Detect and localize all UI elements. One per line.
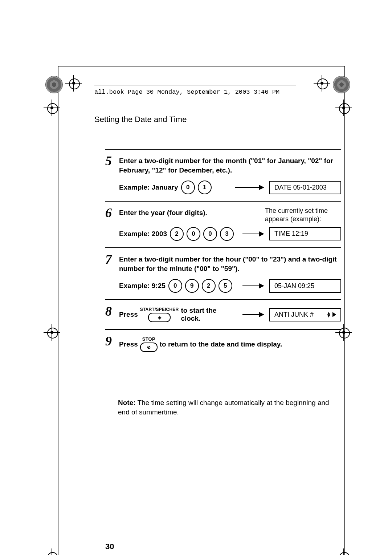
lcd-display: 05-JAN 09:25 — [269, 279, 341, 293]
step-number: 7 — [105, 252, 112, 267]
step-6: 6 Enter the year (four digits). The curr… — [105, 202, 341, 248]
side-note-line: The currently set time — [265, 207, 328, 214]
step-5: 5 Enter a two-digit number for the month… — [105, 150, 341, 202]
press-label: Press — [119, 340, 138, 348]
press-disc-icon — [46, 76, 62, 93]
keypad-key: 5 — [219, 279, 232, 293]
side-note: The currently set time appears (example)… — [265, 207, 328, 223]
step-9: 9 Press STOP ⊘ to return to the date and… — [105, 330, 341, 358]
manual-page: all.book Page 30 Monday, September 1, 20… — [0, 0, 392, 555]
press-label: Press — [119, 311, 138, 319]
keypad-key: 0 — [187, 227, 200, 241]
crop-header-text: all.book Page 30 Monday, September 1, 20… — [94, 89, 279, 96]
triangle-right-icon — [332, 312, 336, 317]
step-8: 8 Press START/SPEICHER ◈ to start the cl… — [105, 300, 341, 330]
registration-mark-icon — [338, 102, 350, 114]
keypad-key: 9 — [185, 279, 199, 293]
arrow-right-icon — [235, 185, 264, 190]
press-suffix: to return to the date and time display. — [160, 340, 282, 348]
registration-mark-icon — [46, 326, 58, 339]
keypad-key: 0 — [181, 181, 195, 194]
keypad-key: 2 — [202, 279, 216, 293]
button-caption: START/SPEICHER — [140, 307, 179, 312]
step-instruction: Enter the year (four digits). — [119, 208, 228, 218]
arrow-right-icon — [242, 312, 264, 317]
registration-mark-icon — [338, 551, 350, 555]
header-rule — [94, 85, 296, 85]
lcd-display: TIME 12:19 — [269, 227, 341, 240]
lcd-text: ANTI JUNK # — [274, 311, 314, 319]
registration-mark-icon — [46, 551, 58, 555]
crop-line-top — [58, 66, 345, 66]
example-label: Example: January — [119, 183, 178, 191]
scroll-arrows-icon: ▲▼ — [326, 312, 331, 317]
lcd-display: DATE 05-01-2003 — [269, 181, 341, 194]
side-note-line: appears (example): — [265, 215, 321, 223]
arrow-right-icon — [242, 231, 264, 236]
lcd-display: ANTI JUNK # ▲▼ — [269, 308, 341, 321]
step-instruction: Enter a two-digit number for the month (… — [119, 156, 341, 175]
section-title: Setting the Date and Time — [94, 115, 187, 124]
stop-button-icon: STOP ⊘ — [140, 336, 158, 352]
registration-mark-icon — [316, 77, 328, 89]
step-instruction: Enter a two-digit number for the hour ("… — [119, 255, 341, 273]
start-store-button-icon: START/SPEICHER ◈ — [140, 307, 179, 322]
keypad-key: 0 — [168, 279, 182, 293]
registration-mark-icon — [68, 77, 80, 89]
steps-list: 5 Enter a two-digit number for the month… — [105, 149, 341, 358]
keypad-key: 2 — [170, 227, 184, 241]
keypad-key: 1 — [198, 181, 212, 194]
example-label: Example: 9:25 — [119, 282, 166, 290]
note-prefix: Note: — [118, 399, 136, 406]
press-suffix: to start the clock. — [181, 307, 237, 323]
oval-button-icon: ⊘ — [140, 343, 158, 352]
step-7: 7 Enter a two-digit number for the hour … — [105, 248, 341, 300]
page-number: 30 — [105, 542, 114, 551]
registration-mark-icon — [46, 102, 58, 114]
footnote: Note: The time setting will change autom… — [118, 398, 341, 417]
step-number: 6 — [105, 205, 112, 220]
crop-line-right — [344, 66, 345, 555]
arrow-right-icon — [242, 283, 264, 288]
oval-button-icon: ◈ — [148, 313, 171, 322]
button-caption: STOP — [142, 336, 155, 342]
example-label: Example: 2003 — [119, 230, 167, 238]
crop-line-left — [58, 66, 58, 555]
keypad-key: 0 — [203, 227, 217, 241]
keypad-key: 3 — [220, 227, 234, 241]
step-number: 9 — [105, 333, 112, 349]
step-number: 8 — [105, 304, 112, 319]
step-number: 5 — [105, 153, 112, 169]
press-disc-icon — [333, 76, 350, 93]
note-text: The time setting will change automatical… — [118, 399, 329, 416]
